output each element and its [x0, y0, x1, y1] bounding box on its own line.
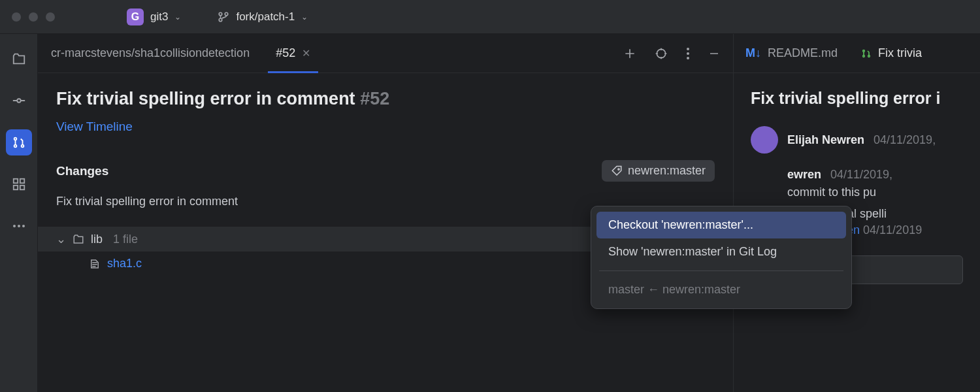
author-name: Elijah Newren [787, 133, 864, 147]
chevron-down-icon: ⌄ [56, 232, 66, 246]
branch-selector[interactable]: fork/patch-1 ⌄ [211, 8, 314, 26]
author-name: ewren [787, 168, 821, 182]
minimize-icon[interactable] [708, 48, 720, 59]
close-window-button[interactable] [12, 12, 21, 22]
folder-name: lib [91, 233, 103, 246]
svg-point-2 [225, 12, 229, 16]
sidebar-pull-requests-icon[interactable] [6, 129, 32, 155]
branch-icon [218, 11, 229, 23]
svg-point-3 [17, 99, 21, 103]
svg-point-14 [657, 49, 665, 57]
window-controls [12, 12, 55, 22]
svg-rect-10 [20, 186, 24, 189]
pr-detail-title: Fix trivial spelling error i [751, 89, 963, 108]
tab-readme[interactable]: M↓ README.md [734, 34, 849, 73]
branch-tag[interactable]: newren:master [602, 160, 715, 182]
project-name: git3 [150, 10, 168, 24]
date-label: 04/11/2019, [874, 133, 936, 147]
sidebar-project-icon[interactable] [6, 46, 32, 72]
svg-point-12 [18, 225, 20, 227]
pr-number: #52 [360, 89, 389, 108]
chevron-down-icon: ⌄ [301, 12, 308, 22]
minimize-window-button[interactable] [29, 12, 38, 22]
file-icon [89, 258, 101, 270]
commit-line: commit to this pu [787, 186, 963, 199]
pr-title: Fix trivial spelling error in comment #5… [56, 89, 715, 109]
svg-point-17 [687, 57, 689, 59]
pull-request-icon [861, 48, 872, 59]
tab-actions [623, 47, 720, 60]
pr-title-text: Fix trivial spelling error in comment [56, 89, 355, 108]
folder-icon [73, 233, 84, 245]
avatar [751, 126, 778, 154]
sidebar [0, 34, 38, 392]
svg-point-19 [863, 50, 865, 52]
project-selector[interactable]: G git3 ⌄ [120, 6, 188, 28]
date-label: 04/11/2019, [830, 168, 892, 182]
more-vertical-icon[interactable] [686, 47, 690, 60]
menu-item-show-log[interactable]: Show 'newren:master' in Git Log [596, 238, 846, 265]
svg-point-20 [863, 55, 865, 57]
branch-name: fork/patch-1 [236, 10, 295, 24]
menu-footer: master ← newren:master [596, 276, 846, 303]
date-label: 04/11/2019 [863, 223, 922, 237]
changes-heading: Changes [56, 164, 108, 178]
tab-label: #52 [276, 46, 295, 60]
svg-point-16 [687, 52, 689, 55]
svg-rect-7 [13, 179, 17, 183]
file-name: sha1.c [107, 257, 142, 270]
svg-point-6 [21, 145, 24, 148]
tab-pr-detail[interactable]: Fix trivia [849, 34, 934, 73]
zoom-window-button[interactable] [46, 12, 55, 22]
svg-point-15 [687, 48, 689, 50]
menu-item-checkout[interactable]: Checkout 'newren:master'... [596, 212, 846, 238]
svg-point-0 [220, 12, 223, 16]
titlebar: G git3 ⌄ fork/patch-1 ⌄ [0, 0, 980, 34]
svg-point-11 [13, 225, 16, 227]
sidebar-more-icon[interactable] [6, 213, 32, 239]
svg-point-21 [868, 55, 870, 57]
breadcrumb[interactable]: cr-marcstevens/sha1collisiondetection [51, 46, 250, 60]
add-icon[interactable] [623, 47, 636, 60]
tag-icon [611, 165, 623, 177]
tab-bar: cr-marcstevens/sha1collisiondetection #5… [38, 34, 733, 73]
branch-tag-label: newren:master [628, 164, 706, 178]
tab-label: Fix trivia [878, 46, 922, 60]
menu-divider [599, 270, 843, 271]
svg-point-1 [220, 18, 223, 22]
svg-point-18 [618, 168, 619, 169]
svg-rect-9 [13, 186, 17, 189]
chevron-down-icon: ⌄ [174, 12, 181, 22]
target-icon[interactable] [655, 47, 668, 60]
close-icon[interactable]: ✕ [302, 47, 310, 59]
project-icon: G [127, 8, 144, 25]
markdown-icon: M↓ [745, 46, 761, 60]
tab-pr-52[interactable]: #52 ✕ [268, 34, 318, 73]
svg-point-13 [22, 225, 25, 227]
tab-label: README.md [768, 46, 838, 60]
sidebar-structure-icon[interactable] [6, 171, 32, 197]
svg-rect-8 [20, 179, 24, 183]
view-timeline-link[interactable]: View Timeline [56, 120, 715, 134]
svg-point-4 [14, 138, 16, 140]
file-count: 1 file [113, 233, 138, 246]
sidebar-commit-icon[interactable] [6, 88, 32, 114]
context-menu: Checkout 'newren:master'... Show 'newren… [591, 206, 852, 309]
right-tabs: M↓ README.md Fix trivia [734, 34, 980, 73]
svg-point-5 [14, 145, 16, 148]
